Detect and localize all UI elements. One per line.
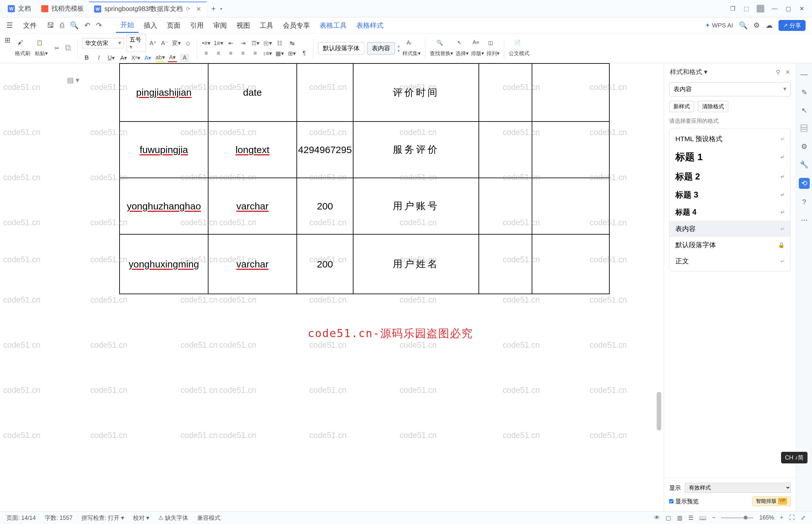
table-cell[interactable]: [479, 234, 532, 294]
table-cell[interactable]: varchar: [208, 234, 297, 294]
style-item-body[interactable]: 正文↵: [669, 253, 791, 269]
formula-mode-button[interactable]: 📄 公文模式: [509, 39, 529, 57]
table-cell[interactable]: 用户姓名: [353, 234, 479, 294]
preview-icon[interactable]: 🔍: [70, 21, 79, 30]
char-scale-icon[interactable]: ☶▾: [251, 39, 260, 47]
table-cell[interactable]: [532, 178, 609, 234]
minimize-icon[interactable]: ―: [772, 5, 778, 12]
clear-format-icon[interactable]: ◇: [183, 39, 192, 47]
tab-list-dropdown[interactable]: ▾: [220, 6, 222, 11]
undo-icon[interactable]: ↶: [84, 21, 90, 30]
cut-icon[interactable]: ✂: [52, 44, 61, 52]
text-effect-icon[interactable]: A▾: [144, 54, 152, 62]
indent-icon[interactable]: ⇥: [238, 39, 247, 47]
scrollbar-thumb[interactable]: [657, 392, 661, 430]
zoom-slider[interactable]: [721, 517, 753, 519]
zoom-out-icon[interactable]: −: [712, 514, 716, 521]
table-cell[interactable]: date: [208, 64, 297, 121]
find-replace-button[interactable]: 🔍 查找替换▾: [430, 39, 453, 57]
structure-icon[interactable]: ⚙: [799, 142, 809, 151]
table-cell[interactable]: fuwupingjia: [119, 121, 208, 178]
align-left-icon[interactable]: ≡: [202, 49, 211, 58]
table-cell[interactable]: [297, 64, 353, 121]
style-item-h3[interactable]: 标题 3↵: [669, 186, 791, 204]
table-cell[interactable]: 200: [297, 234, 353, 294]
font-size-select[interactable]: 五号 ▾: [127, 34, 146, 52]
save-icon[interactable]: 🖫: [47, 21, 54, 30]
zoom-in-icon[interactable]: +: [780, 514, 783, 521]
status-page[interactable]: 页面: 14/14: [6, 514, 36, 522]
highlight-icon[interactable]: ab▾: [156, 54, 165, 62]
select-button[interactable]: ↖ 选择▾: [455, 39, 468, 57]
bold-icon[interactable]: B: [82, 54, 91, 62]
read-mode-icon[interactable]: 📖: [699, 514, 706, 521]
status-compat[interactable]: 兼容模式: [197, 514, 220, 522]
menu-review[interactable]: 审阅: [209, 18, 231, 33]
clear-format-button[interactable]: 清除格式: [698, 101, 728, 112]
table-cell[interactable]: 4294967295: [297, 121, 353, 178]
status-words[interactable]: 字数: 1557: [45, 514, 72, 522]
share-button[interactable]: ↗ 分享: [778, 20, 806, 31]
close-tab-icon[interactable]: ✕: [196, 5, 201, 13]
menu-view[interactable]: 视图: [232, 18, 254, 33]
menu-reference[interactable]: 引用: [186, 18, 208, 33]
new-tab-button[interactable]: +: [206, 4, 220, 13]
phonetic-icon[interactable]: 変▾: [172, 39, 181, 47]
pin-icon[interactable]: ⚲: [776, 69, 780, 76]
view-web-icon[interactable]: ▥: [677, 514, 682, 521]
redo-icon[interactable]: ↷: [96, 21, 102, 30]
close-icon[interactable]: ✕: [798, 5, 805, 12]
fullscreen-icon[interactable]: ⤢: [801, 514, 806, 521]
table-cell[interactable]: yonghuxingming: [119, 234, 208, 294]
style-item-table-content[interactable]: 表内容↵: [669, 221, 791, 237]
sort-button[interactable]: A≡ 排版▾: [471, 39, 484, 57]
style-item-h4[interactable]: 标题 4↵: [669, 204, 791, 221]
style-item-h1[interactable]: 标题 1↵: [669, 147, 791, 167]
tab-current-doc[interactable]: W springbootg983f数据库文档 ⟳ ✕: [89, 2, 206, 16]
asian-layout-icon[interactable]: ☷: [275, 39, 284, 47]
format-brush-button[interactable]: 🖌 格式刷: [15, 39, 30, 57]
scrollbar-track[interactable]: [657, 63, 661, 511]
copy-window-icon[interactable]: ❐: [730, 5, 736, 12]
table-cell[interactable]: pingjiashijian: [119, 64, 208, 121]
table-cell[interactable]: 用户账号: [353, 178, 479, 234]
style-set-button[interactable]: Aᵢ 样式集▾: [402, 39, 420, 57]
tab-stop-icon[interactable]: ↹: [287, 39, 296, 47]
collapse-icon[interactable]: ―: [799, 70, 809, 79]
fit-width-icon[interactable]: ⛶: [789, 514, 795, 521]
table-cell[interactable]: [532, 121, 609, 178]
italic-icon[interactable]: I: [95, 54, 103, 62]
copy-icon[interactable]: ⿻: [64, 44, 73, 52]
arrange-button[interactable]: ◫ 排列▾: [486, 39, 499, 57]
outdent-icon[interactable]: ⇤: [226, 39, 235, 47]
more-icon[interactable]: ⋯: [799, 215, 809, 225]
table-cell[interactable]: 服务评价: [353, 121, 479, 178]
shading-icon[interactable]: ▦▾: [275, 49, 284, 58]
superscript-icon[interactable]: X²▾: [131, 54, 140, 62]
print-icon[interactable]: ⎙: [60, 21, 64, 30]
table-cell[interactable]: [479, 178, 532, 234]
number-list-icon[interactable]: 1≡▾: [214, 39, 223, 47]
table-cell[interactable]: yonghuzhanghao: [119, 178, 208, 234]
outline-icon[interactable]: ⿳: [799, 124, 809, 133]
strikethrough-icon[interactable]: A̶▾: [119, 54, 128, 62]
table-cell[interactable]: [479, 64, 532, 121]
tab-templates[interactable]: 找稻壳模板: [36, 2, 89, 16]
table-cell[interactable]: varchar: [208, 178, 297, 234]
cursor-icon[interactable]: ↖: [799, 106, 809, 115]
maximize-icon[interactable]: ▢: [785, 5, 791, 12]
tab-documents[interactable]: W 文档: [3, 2, 36, 16]
menu-start[interactable]: 开始: [116, 18, 138, 33]
menu-insert[interactable]: 插入: [139, 18, 162, 33]
style-item-default-para[interactable]: 默认段落字体🔒: [669, 237, 791, 253]
tools-icon[interactable]: 🔧: [799, 160, 809, 169]
paragraph-mark-icon[interactable]: ¶: [300, 49, 309, 58]
table-content-style[interactable]: 表内容: [367, 42, 395, 54]
cloud-icon[interactable]: ☁: [766, 21, 773, 30]
align-right-icon[interactable]: ≡: [226, 49, 235, 58]
view-print-icon[interactable]: ▢: [666, 514, 671, 521]
table-cell[interactable]: [532, 234, 609, 294]
menu-tools[interactable]: 工具: [255, 18, 278, 33]
style-item-html[interactable]: HTML 预设格式↵: [669, 131, 791, 147]
table-cell[interactable]: 200: [297, 178, 353, 234]
